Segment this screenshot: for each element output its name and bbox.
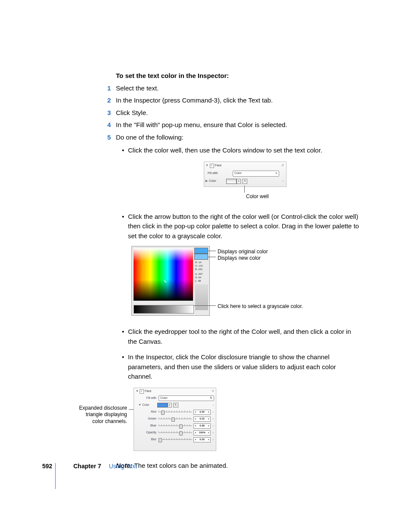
blur-label: Blur — [136, 437, 159, 442]
grayscale-strip[interactable] — [134, 305, 194, 314]
steps-list: 1Select the text. 2In the Inspector (pre… — [116, 84, 361, 452]
fillwith-select[interactable]: Color⇅ — [233, 171, 279, 177]
blur-value-stepper[interactable]: ◂0.00▸ — [193, 437, 211, 442]
footer-divider — [55, 463, 56, 489]
color-label: Color — [209, 179, 225, 184]
fillwith-select[interactable]: Color⇅ — [159, 395, 214, 401]
face-label: Face — [215, 163, 222, 168]
channel-label: Green — [136, 417, 159, 421]
fillwith-label: Fill with — [204, 171, 233, 176]
fillwith-label: Fill with — [136, 396, 159, 401]
checkbox-icon[interactable]: ✓ — [210, 164, 214, 168]
color-spectrum[interactable]: ✎ — [134, 248, 193, 301]
disclosure-triangle-icon[interactable]: ▼ — [136, 389, 139, 394]
bullet-item: Click the arrow button to the right of t… — [122, 212, 361, 320]
opacity-slider[interactable] — [159, 431, 192, 435]
figure-color-channels: Expanded disclosure triangle displaying … — [75, 388, 282, 452]
opacity-label: Opacity — [136, 430, 159, 435]
color-well[interactable] — [157, 403, 168, 408]
green-slider[interactable] — [159, 417, 192, 421]
blue-slider[interactable] — [159, 424, 192, 428]
color-label: Color — [142, 403, 157, 408]
blue-value-stepper[interactable]: ◂0.98▸ — [193, 423, 211, 429]
opacity-value-stepper[interactable]: ◂100%▸ — [193, 430, 211, 436]
disclosure-triangle-icon[interactable]: ▼ — [206, 163, 209, 168]
figure-color-picker: ✎ R: 14 G: 141 B: 251 H: 207 S: 94 L: 98… — [131, 246, 306, 319]
step-text: Click Style. — [116, 109, 148, 116]
eyedropper-icon[interactable]: ✎ — [173, 403, 178, 408]
reset-icon[interactable]: – — [212, 410, 214, 414]
reset-icon[interactable]: ↺ — [281, 163, 284, 168]
reset-icon[interactable]: – — [212, 430, 214, 435]
callout-label: Displays new color — [218, 254, 261, 262]
bullet-item: In the Inspector, click the Color disclo… — [122, 352, 361, 452]
red-slider[interactable] — [159, 411, 192, 414]
reset-icon[interactable]: – — [212, 423, 214, 428]
red-value-stepper[interactable]: ◂0.06▸ — [193, 410, 211, 415]
value-strip[interactable] — [195, 284, 208, 310]
face-label: Face — [145, 389, 152, 394]
reset-icon[interactable]: – — [282, 179, 284, 184]
step-text: Do one of the following: — [116, 134, 184, 141]
section-heading: To set the text color in the Inspector: — [116, 71, 361, 81]
checkbox-icon[interactable]: ✓ — [140, 389, 144, 394]
chapter-title: Using Text — [109, 463, 137, 470]
callout-label: Expanded disclosure triangle displaying … — [75, 405, 127, 425]
reset-icon[interactable]: – — [212, 417, 214, 421]
bullet-item: Click the eyedropper tool to the right o… — [122, 327, 361, 346]
figure-caption: Color well — [246, 193, 269, 200]
channel-label: Red — [136, 410, 159, 414]
disclosure-triangle-icon[interactable]: ▶ — [206, 179, 208, 184]
bullet-item: Click the color well, then use the Color… — [122, 146, 361, 202]
reset-icon[interactable]: – — [212, 437, 214, 442]
green-value-stepper[interactable]: ◂0.55▸ — [193, 417, 211, 422]
step-text: Select the text. — [116, 84, 159, 92]
new-color-swatch[interactable] — [194, 254, 208, 260]
dropdown-arrow-icon[interactable]: ▾ — [168, 403, 172, 408]
dropdown-arrow-icon[interactable]: ▾ — [237, 179, 241, 184]
reset-icon[interactable]: ↺ — [212, 389, 214, 394]
disclosure-triangle-icon[interactable]: ▼ — [138, 403, 141, 408]
eyedropper-icon[interactable]: ✎ — [242, 179, 247, 184]
callout-label: Click here to select a grayscale color. — [218, 302, 303, 310]
step-text: In the "Fill with" pop-up menu, ensure t… — [116, 121, 287, 128]
blur-slider[interactable] — [159, 438, 192, 442]
figure-color-well: ▼ ✓ Face ↺ Fill with Color⇅ ▶ Color ▾ ✎ … — [204, 162, 286, 202]
rgb-hsl-readout: R: 14 G: 141 B: 251 H: 207 S: 94 L: 98 — [195, 261, 208, 283]
page-number: 592 — [42, 463, 52, 470]
reset-icon[interactable]: – — [212, 403, 214, 408]
color-well[interactable] — [226, 179, 237, 184]
channel-label: Blue — [136, 423, 159, 428]
step-text: In the Inspector (press Command-3), clic… — [116, 96, 273, 104]
chapter-label: Chapter 7 — [73, 463, 101, 470]
eyedropper-icon: ✎ — [164, 279, 167, 285]
page-footer: 592 Chapter 7 Using Text — [42, 462, 361, 471]
original-color-swatch[interactable] — [194, 248, 208, 254]
